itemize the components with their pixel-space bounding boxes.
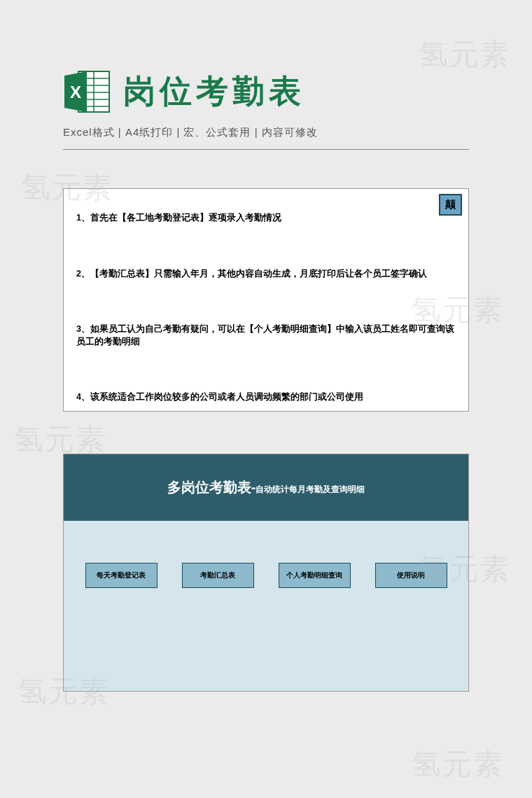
personal-query-button[interactable]: 个人考勤明细查询 — [279, 563, 351, 588]
subtitle: Excel格式 | A4纸打印 | 宏、公式套用 | 内容可修改 — [63, 126, 469, 150]
summary-button[interactable]: 考勤汇总表 — [182, 563, 254, 588]
instruction-item: 2、【考勤汇总表】只需输入年月，其他内容自动生成，月底打印后让各个员工签字确认 — [76, 268, 456, 281]
excel-icon: X — [63, 70, 111, 113]
button-row: 每天考勤登记表 考勤汇总表 个人考勤明细查询 使用说明 — [64, 563, 468, 588]
instruction-item: 1、首先在【各工地考勤登记表】逐项录入考勤情况 — [76, 212, 456, 225]
panel-title: 多岗位考勤表- — [167, 479, 256, 495]
instruction-item: 3、如果员工认为自己考勤有疑问，可以在【个人考勤明细查询】中输入该员工姓名即可查… — [76, 323, 456, 348]
daily-attendance-button[interactable]: 每天考勤登记表 — [85, 563, 158, 588]
instruction-item: 4、该系统适合工作岗位较多的公司或者人员调动频繁的部门或公司使用 — [76, 391, 456, 404]
corner-badge[interactable]: 颠 — [439, 194, 462, 216]
navigation-panel: 多岗位考勤表-自动统计每月考勤及查询明细 每天考勤登记表 考勤汇总表 个人考勤明… — [63, 454, 469, 692]
panel-header: 多岗位考勤表-自动统计每月考勤及查询明细 — [64, 454, 468, 521]
panel-subtitle: 自动统计每月考勤及查询明细 — [255, 484, 365, 494]
header-section: X 岗位考勤表 Excel格式 | A4纸打印 | 宏、公式套用 | 内容可修改 — [0, 0, 532, 164]
page-title: 岗位考勤表 — [123, 70, 305, 113]
manual-button[interactable]: 使用说明 — [375, 563, 447, 588]
svg-text:X: X — [70, 83, 81, 102]
watermark: 氢元素 — [412, 745, 504, 784]
title-row: X 岗位考勤表 — [63, 70, 469, 113]
instructions-panel: 颠 1、首先在【各工地考勤登记表】逐项录入考勤情况 2、【考勤汇总表】只需输入年… — [63, 188, 469, 412]
